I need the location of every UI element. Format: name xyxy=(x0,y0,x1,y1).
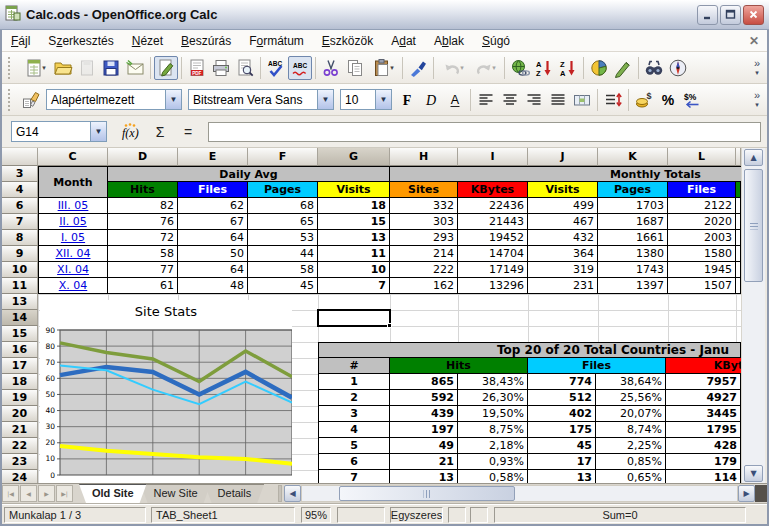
cell-h7[interactable]: 303 xyxy=(390,214,458,230)
cell-g6[interactable]: 18 xyxy=(318,198,390,214)
cell-g11[interactable]: 7 xyxy=(318,278,390,294)
row-header-14[interactable]: 14 xyxy=(2,310,38,326)
monthly-totals-header[interactable]: Monthly Totals xyxy=(390,166,741,182)
email-icon[interactable] xyxy=(123,56,147,80)
cell-l9[interactable]: 1580 xyxy=(668,246,736,262)
top20-files[interactable]: 512 xyxy=(528,390,596,406)
hyperlink-icon[interactable] xyxy=(508,56,532,80)
row-header-6[interactable]: 6 xyxy=(2,198,38,214)
cell-d8[interactable]: 72 xyxy=(108,230,178,246)
toolbar-overflow-button[interactable]: »▾ xyxy=(754,91,763,109)
cell-i7[interactable]: 21443 xyxy=(458,214,528,230)
spellcheck-icon[interactable]: ABC xyxy=(264,56,288,80)
column-band-files[interactable]: Files xyxy=(178,182,248,198)
cell-h9[interactable]: 214 xyxy=(390,246,458,262)
top20-group-hits[interactable]: Hits xyxy=(390,358,528,374)
cell-g7[interactable]: 15 xyxy=(318,214,390,230)
cell-j8[interactable]: 432 xyxy=(528,230,598,246)
cell-g9[interactable]: 11 xyxy=(318,246,390,262)
toolbar-grip[interactable] xyxy=(8,57,15,79)
signature-field[interactable] xyxy=(470,507,488,523)
function-wizard-icon[interactable]: f(x) xyxy=(118,121,142,143)
top20-hits-pct[interactable]: 2,18% xyxy=(458,438,528,454)
top20-rank-header[interactable]: # xyxy=(318,358,390,374)
column-band-pages[interactable]: Pages xyxy=(598,182,668,198)
row-header-21[interactable]: 21 xyxy=(2,422,38,438)
styles-panel-icon[interactable] xyxy=(19,88,43,112)
menu-item-nézet[interactable]: Nézet xyxy=(123,31,172,51)
cell-c7[interactable]: II. 05 xyxy=(38,214,108,230)
top20-rank[interactable]: 1 xyxy=(318,374,390,390)
top20-hits[interactable]: 439 xyxy=(390,406,458,422)
top20-hits[interactable]: 49 xyxy=(390,438,458,454)
underline-icon[interactable]: A xyxy=(443,88,467,112)
maximize-button[interactable] xyxy=(720,5,741,25)
top20-rank[interactable]: 5 xyxy=(318,438,390,454)
cell-c11[interactable]: X. 04 xyxy=(38,278,108,294)
cell-e10[interactable]: 64 xyxy=(178,262,248,278)
column-band-pages[interactable]: Pages xyxy=(248,182,318,198)
cell-d6[interactable]: 82 xyxy=(108,198,178,214)
cell-h11[interactable]: 162 xyxy=(390,278,458,294)
top20-hits[interactable]: 865 xyxy=(390,374,458,390)
cell-c6[interactable]: III. 05 xyxy=(38,198,108,214)
column-header-e[interactable]: E xyxy=(178,148,248,166)
menu-item-szerkesztés[interactable]: Szerkesztés xyxy=(39,31,122,51)
cell-k7[interactable]: 1687 xyxy=(598,214,668,230)
row-header-3[interactable]: 3 xyxy=(2,166,38,182)
top20-files-pct[interactable]: 0,65% xyxy=(596,470,666,483)
cut-icon[interactable] xyxy=(319,56,343,80)
italic-icon[interactable]: D xyxy=(419,88,443,112)
sheet-nav-previous-icon[interactable]: ◀ xyxy=(20,485,37,502)
cell-g8[interactable]: 13 xyxy=(318,230,390,246)
scroll-right-icon[interactable]: ▶ xyxy=(738,485,755,502)
month-header[interactable]: Month xyxy=(38,166,108,198)
top20-hits-pct[interactable]: 26,30% xyxy=(458,390,528,406)
copy-icon[interactable] xyxy=(343,56,367,80)
row-header-8[interactable]: 8 xyxy=(2,230,38,246)
cell-i9[interactable]: 14704 xyxy=(458,246,528,262)
cell-e9[interactable]: 50 xyxy=(178,246,248,262)
cell-j10[interactable]: 319 xyxy=(528,262,598,278)
embedded-chart[interactable]: Site Stats0102030405060708090 xyxy=(40,300,292,483)
font-name-select[interactable]: Bitstream Vera Sans ▼ xyxy=(188,89,334,110)
menu-item-eszközök[interactable]: Eszközök xyxy=(313,31,382,51)
export-pdf-icon[interactable]: PDF xyxy=(185,56,209,80)
scroll-up-icon[interactable]: ▲ xyxy=(744,149,763,166)
column-header-d[interactable]: D xyxy=(108,148,178,166)
cell-d11[interactable]: 61 xyxy=(108,278,178,294)
top20-group-kbytes[interactable]: KBytes xyxy=(666,358,741,374)
row-header-16[interactable]: 16 xyxy=(2,342,38,358)
sheet-tab-old-site[interactable]: Old Site xyxy=(79,484,147,503)
spreadsheet-grid[interactable]: CDEFGHIJKL346789101113141516171819202122… xyxy=(2,148,741,483)
standard-format-icon[interactable]: $% xyxy=(680,88,704,112)
cell-k11[interactable]: 1397 xyxy=(598,278,668,294)
top20-group-files[interactable]: Files xyxy=(528,358,666,374)
row-header-19[interactable]: 19 xyxy=(2,390,38,406)
menu-item-fájl[interactable]: Fájl xyxy=(2,31,39,51)
top20-title[interactable]: Top 20 of 20 Total Countries - Janu xyxy=(318,342,741,358)
page-style-field[interactable]: TAB_Sheet1 xyxy=(151,507,295,523)
chevron-down-icon[interactable]: ▼ xyxy=(90,122,106,141)
cell-f8[interactable]: 53 xyxy=(248,230,318,246)
print-icon[interactable] xyxy=(209,56,233,80)
cell-h8[interactable]: 293 xyxy=(390,230,458,246)
cell-j9[interactable]: 364 xyxy=(528,246,598,262)
top20-hits-pct[interactable]: 0,58% xyxy=(458,470,528,483)
top20-table[interactable]: Top 20 of 20 Total Countries - Janu#Hits… xyxy=(318,342,741,483)
paragraph-style-select[interactable]: Alapértelmezett ▼ xyxy=(46,89,182,110)
column-header-l[interactable]: L xyxy=(668,148,736,166)
top20-files[interactable]: 45 xyxy=(528,438,596,454)
cell-l6[interactable]: 2122 xyxy=(668,198,736,214)
edit-file-icon[interactable] xyxy=(154,56,178,80)
menu-item-formátum[interactable]: Formátum xyxy=(240,31,313,51)
autospellcheck-icon[interactable]: ABC xyxy=(288,56,312,80)
scroll-down-icon[interactable]: ▼ xyxy=(744,465,763,482)
top20-hits-pct[interactable]: 19,50% xyxy=(458,406,528,422)
cell-g10[interactable]: 10 xyxy=(318,262,390,278)
scroll-left-icon[interactable]: ◀ xyxy=(284,485,301,502)
column-band-visits[interactable]: Visits xyxy=(318,182,390,198)
page-preview-icon[interactable] xyxy=(233,56,257,80)
cell-i6[interactable]: 22436 xyxy=(458,198,528,214)
align-center-icon[interactable] xyxy=(498,88,522,112)
